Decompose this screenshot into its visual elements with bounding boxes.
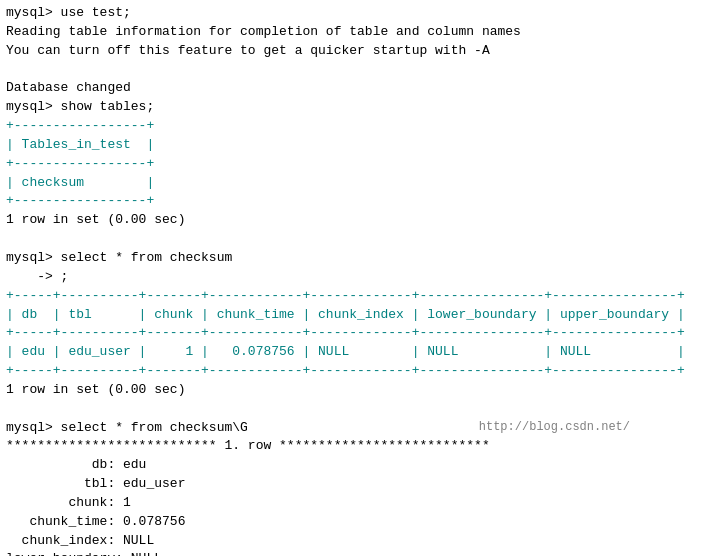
line-3: You can turn off this feature to get a q… [6,42,710,61]
line-12: 1 row in set (0.00 sec) [6,211,710,230]
terminal-window: mysql> use test; Reading table informati… [0,0,716,556]
line-17: | db | tbl | chunk | chunk_time | chunk_… [6,306,710,325]
line-1: mysql> use test; [6,4,710,23]
line-19: | edu | edu_user | 1 | 0.078756 | NULL |… [6,343,710,362]
line-28: chunk_time: 0.078756 [6,513,710,532]
line-5: Database changed [6,79,710,98]
line-15: -> ; [6,268,710,287]
line-30: lower_boundary: NULL [6,550,710,556]
terminal-content: mysql> use test; Reading table informati… [6,4,710,556]
line-7: +-----------------+ [6,117,710,136]
line-23-container: mysql> select * from checksum\G http://b… [6,419,710,438]
line-4 [6,61,710,80]
line-2: Reading table information for completion… [6,23,710,42]
line-29: chunk_index: NULL [6,532,710,551]
watermark: http://blog.csdn.net/ [479,419,630,436]
line-18: +-----+----------+-------+------------+-… [6,324,710,343]
line-16: +-----+----------+-------+------------+-… [6,287,710,306]
line-25: db: edu [6,456,710,475]
line-13 [6,230,710,249]
line-21: 1 row in set (0.00 sec) [6,381,710,400]
line-8: | Tables_in_test | [6,136,710,155]
line-14: mysql> select * from checksum [6,249,710,268]
line-10: | checksum | [6,174,710,193]
line-22 [6,400,710,419]
line-9: +-----------------+ [6,155,710,174]
line-27: chunk: 1 [6,494,710,513]
line-6: mysql> show tables; [6,98,710,117]
line-11: +-----------------+ [6,192,710,211]
line-20: +-----+----------+-------+------------+-… [6,362,710,381]
line-26: tbl: edu_user [6,475,710,494]
line-24: *************************** 1. row *****… [6,437,710,456]
